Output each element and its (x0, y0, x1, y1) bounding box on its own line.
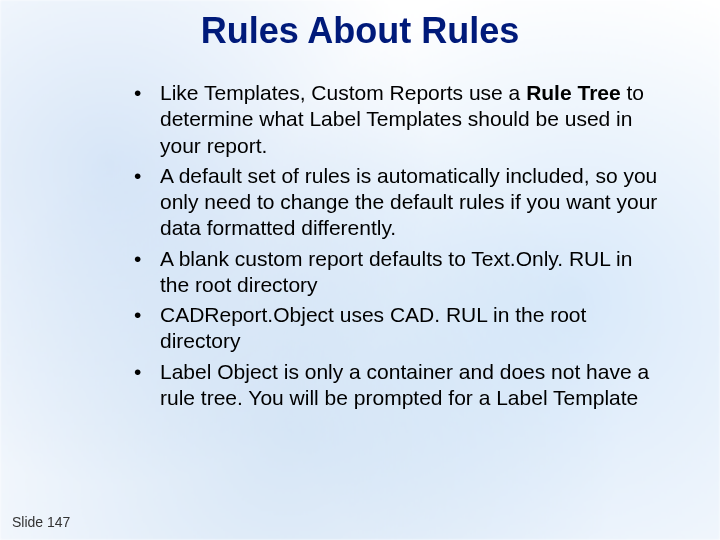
slide-title: Rules About Rules (0, 10, 720, 52)
list-item: CADReport.Object uses CAD. RUL in the ro… (120, 302, 660, 355)
bullet-text: Like Templates, Custom Reports use a (160, 81, 526, 104)
bullet-text: A default set of rules is automatically … (160, 164, 657, 240)
bullet-list: Like Templates, Custom Reports use a Rul… (120, 80, 660, 411)
bullet-text: A blank custom report defaults to Text.O… (160, 247, 632, 296)
bullet-text: CADReport.Object uses CAD. RUL in the ro… (160, 303, 586, 352)
slide: Rules About Rules Like Templates, Custom… (0, 0, 720, 540)
slide-body: Like Templates, Custom Reports use a Rul… (120, 80, 660, 415)
slide-number: Slide 147 (12, 514, 70, 530)
list-item: A blank custom report defaults to Text.O… (120, 246, 660, 299)
list-item: A default set of rules is automatically … (120, 163, 660, 242)
bullet-bold-term: Rule Tree (526, 81, 621, 104)
list-item: Like Templates, Custom Reports use a Rul… (120, 80, 660, 159)
bullet-text: Label Object is only a container and doe… (160, 360, 649, 409)
list-item: Label Object is only a container and doe… (120, 359, 660, 412)
